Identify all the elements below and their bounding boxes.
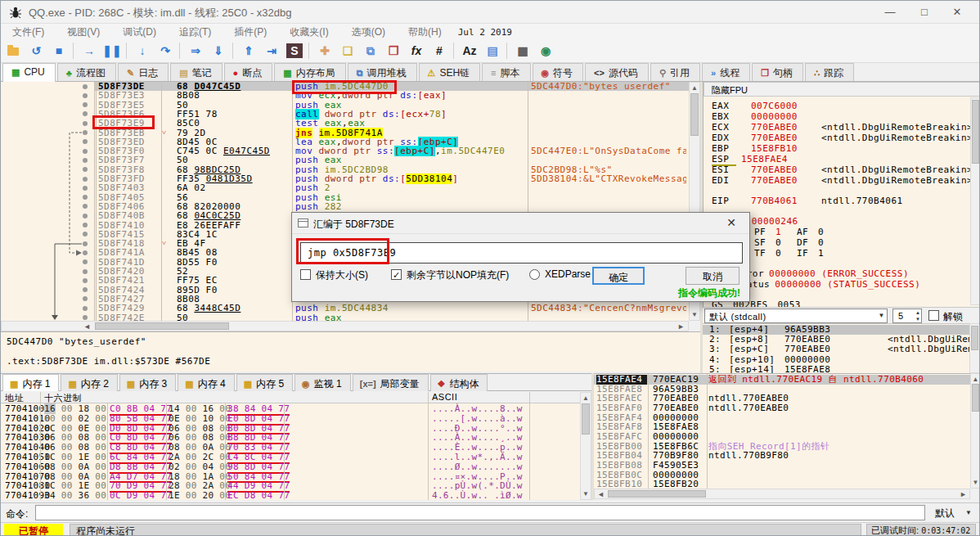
stack-row[interactable]: 15E8FB0C00000000 bbox=[594, 471, 970, 480]
restart-icon[interactable]: ↺ bbox=[25, 41, 47, 61]
menu-item[interactable]: 视图(V) bbox=[56, 24, 111, 39]
stack-row[interactable]: 15E8FAEC770EABE0ntdll.770EABE0 bbox=[594, 394, 970, 403]
breakpoint-dot-icon[interactable] bbox=[83, 93, 88, 98]
breakpoint-dot-icon[interactable] bbox=[83, 139, 88, 144]
bottom-tab-dump2[interactable]: ▦内存 2 bbox=[61, 374, 117, 391]
nop-fill-checkbox[interactable]: ✓ bbox=[391, 269, 402, 280]
ok-button[interactable]: 确定 bbox=[592, 267, 645, 285]
tab-trace[interactable]: ∴跟踪 bbox=[805, 63, 854, 81]
globe-icon[interactable]: ◉ bbox=[535, 41, 556, 61]
calculator-icon[interactable]: ▦ bbox=[512, 41, 533, 61]
memory-row[interactable]: 7704109034 00 36 000C D9 04 771E 00 20 0… bbox=[1, 491, 580, 500]
stop-icon[interactable]: ■ bbox=[48, 41, 70, 61]
unlock-checkbox[interactable] bbox=[928, 310, 939, 321]
stack-row[interactable]: 15E8FAF400000000 bbox=[594, 413, 970, 423]
scylla-icon[interactable]: S bbox=[284, 41, 305, 61]
step-out-icon[interactable]: ⇑ bbox=[238, 41, 259, 61]
step-over-icon[interactable]: ↷ bbox=[155, 41, 176, 61]
run-to-user-code-icon[interactable]: ⇓ bbox=[208, 41, 229, 61]
patches-icon[interactable]: ✚ bbox=[314, 41, 335, 61]
tab-script[interactable]: ≡脚本 bbox=[482, 63, 530, 81]
bottom-tab-watch1[interactable]: ◉监视 1 bbox=[294, 374, 351, 391]
stack-row[interactable]: 15E8FB0015E8FB6C指向SEH_Record[1]的指针 bbox=[594, 442, 970, 452]
breakpoint-dot-icon[interactable] bbox=[83, 241, 88, 246]
breakpoint-dot-icon[interactable] bbox=[83, 121, 88, 126]
menu-item[interactable]: 文件(F) bbox=[1, 24, 56, 39]
breakpoint-dot-icon[interactable] bbox=[83, 306, 88, 311]
breakpoint-dot-icon[interactable] bbox=[83, 111, 88, 116]
breakpoint-dot-icon[interactable] bbox=[83, 259, 88, 264]
execute-till-return-icon[interactable]: ⇒ bbox=[185, 41, 206, 61]
tab-call-stack[interactable]: ⧉调用堆栈 bbox=[348, 63, 417, 81]
stack-row[interactable]: 15E8FB08F45905E3 bbox=[594, 461, 970, 471]
stack-pane[interactable]: 15E8FAE4770EAC19返回到 ntdll.770EAC19 自 ntd… bbox=[594, 373, 970, 489]
stack-row[interactable]: 15E8FAE896A59BB3 bbox=[594, 385, 970, 394]
memory-dump-pane[interactable]: 地址 十六进制 ASCII 7704100016 00 18 00C0 8B 0… bbox=[1, 392, 580, 500]
tab-cpu[interactable]: ▦CPU bbox=[2, 63, 56, 82]
breakpoint-dot-icon[interactable] bbox=[83, 250, 88, 255]
calling-convention-select[interactable]: 默认 (stdcall)▼ bbox=[704, 309, 888, 323]
bottom-tab-dump5[interactable]: ▦内存 5 bbox=[236, 374, 293, 391]
tab-log[interactable]: ✎日志 bbox=[118, 63, 169, 81]
breakpoint-dot-icon[interactable] bbox=[83, 84, 88, 89]
breakpoint-dot-icon[interactable] bbox=[83, 278, 88, 283]
register-row[interactable]: EBX00000000 bbox=[704, 111, 970, 122]
xedparse-radio[interactable] bbox=[529, 269, 540, 280]
breakpoint-dot-icon[interactable] bbox=[83, 158, 88, 163]
maximize-button[interactable]: □ bbox=[910, 4, 938, 20]
breakpoint-dot-icon[interactable] bbox=[83, 315, 88, 320]
tab-breakpoints[interactable]: ●断点 bbox=[224, 63, 273, 81]
tab-handles[interactable]: ❒句柄 bbox=[752, 63, 803, 81]
breakpoint-dot-icon[interactable] bbox=[83, 167, 88, 172]
tab-notes[interactable]: ▤笔记 bbox=[170, 63, 222, 81]
disasm-row[interactable]: 5D8F742968 3448C45Dpush im.5DC448345DC44… bbox=[1, 304, 689, 313]
tab-references[interactable]: ⚲引用 bbox=[650, 63, 700, 81]
register-row[interactable]: EDI770EABE0<ntdll.DbgUiRemoteBreakin> bbox=[704, 175, 970, 186]
register-row[interactable]: EIP770B4061ntdll.770B4061 bbox=[704, 196, 970, 206]
arguments-pane[interactable]: 1:[esp+4]96A59BB32:[esp+8]770EABE0<ntdll… bbox=[703, 323, 980, 373]
bottom-tab-struct[interactable]: ❖结构体 bbox=[430, 374, 488, 391]
register-row[interactable]: EAX007C6000 bbox=[704, 101, 970, 111]
menu-item[interactable]: 插件(P) bbox=[223, 24, 278, 39]
close-button[interactable]: ✕ bbox=[943, 4, 971, 20]
disasm-row[interactable]: 5D8F742E50push eax bbox=[1, 313, 689, 322]
tab-graph[interactable]: ♣流程图 bbox=[57, 63, 116, 81]
dialog-close-icon[interactable]: ✕ bbox=[723, 216, 739, 229]
register-row[interactable]: ECX770EABE0<ntdll.DbgUiRemoteBreakin> bbox=[704, 122, 970, 133]
stack-row[interactable]: 15E8FAE4770EAC19返回到 ntdll.770EAC19 自 ntd… bbox=[594, 375, 970, 385]
minimize-button[interactable]: — bbox=[876, 4, 904, 20]
keep-size-checkbox[interactable] bbox=[300, 269, 311, 280]
argument-row[interactable]: 3:[esp+C]770EABE0<ntdll.DbgUiRemoteBreak… bbox=[703, 345, 969, 354]
tab-seh[interactable]: ⚠SEH链 bbox=[419, 63, 481, 81]
stack-vscrollbar[interactable]: ▲ ▼ bbox=[970, 373, 980, 489]
bottom-tab-dump4[interactable]: ▦内存 4 bbox=[178, 374, 234, 391]
breakpoint-dot-icon[interactable] bbox=[83, 149, 88, 154]
breakpoint-dot-icon[interactable] bbox=[83, 214, 88, 218]
disasm-row[interactable]: 5D8F74036A 02push 2 bbox=[1, 183, 689, 192]
stack-row[interactable]: 15E8FB1015E8FB20 bbox=[594, 480, 970, 489]
breakpoint-dot-icon[interactable] bbox=[83, 102, 88, 107]
functions-icon[interactable]: fx bbox=[406, 41, 427, 61]
breakpoint-dot-icon[interactable] bbox=[83, 177, 88, 182]
command-preset-select[interactable]: 默认▼ bbox=[930, 505, 976, 520]
detach-icon[interactable]: ⇥ bbox=[261, 41, 282, 61]
menu-item[interactable]: 帮助(H) bbox=[397, 24, 453, 39]
tab-threads[interactable]: »线程 bbox=[702, 63, 750, 81]
arguments-scrollbar[interactable] bbox=[969, 323, 980, 373]
stack-row[interactable]: 15E8FB04770B9F80ntdll.770B9F80 bbox=[594, 451, 970, 461]
disasm-hscrollbar[interactable]: ◄ ► bbox=[1, 321, 689, 331]
breakpoint-dot-icon[interactable] bbox=[83, 204, 88, 209]
stack-row[interactable]: 15E8FAFC00000000 bbox=[594, 432, 970, 442]
register-row[interactable]: EBP15E8FB10 bbox=[704, 143, 970, 154]
breakpoint-dot-icon[interactable] bbox=[83, 287, 88, 292]
memory-scrollbar[interactable]: ▲ ▼ bbox=[580, 392, 591, 500]
stack-row[interactable]: 15E8FAF815E8FAE8 bbox=[594, 422, 970, 432]
breakpoint-dot-icon[interactable] bbox=[83, 186, 88, 191]
breakpoint-dot-icon[interactable] bbox=[83, 223, 88, 227]
menu-item[interactable]: 选项(O) bbox=[340, 24, 397, 39]
bottom-tab-dump3[interactable]: ▦内存 3 bbox=[119, 374, 176, 391]
breakpoint-dot-icon[interactable] bbox=[83, 296, 88, 301]
tab-memory-map[interactable]: ▦内存布局 bbox=[274, 63, 345, 81]
comments-icon[interactable]: ❏ bbox=[337, 41, 358, 61]
breakpoint-dot-icon[interactable] bbox=[83, 269, 88, 274]
